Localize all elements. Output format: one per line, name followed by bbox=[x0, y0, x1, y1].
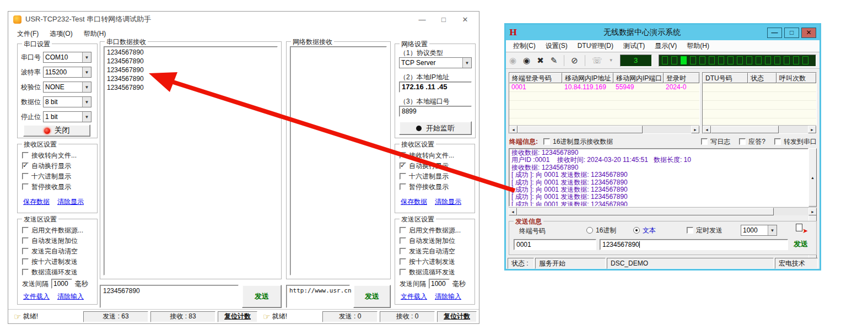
clear-display-link[interactable]: 清除显示 bbox=[435, 197, 461, 207]
chevron-down-icon[interactable]: ▼ bbox=[462, 58, 471, 68]
maximize-button[interactable]: □ bbox=[435, 13, 452, 26]
menu-help[interactable]: 帮助(H) bbox=[78, 29, 112, 39]
load-file-link[interactable]: 文件载入 bbox=[401, 292, 427, 301]
serial-send-button[interactable]: 发送 bbox=[242, 285, 282, 308]
checkbox-answer[interactable] bbox=[739, 138, 746, 145]
checkbox-recv-to-file[interactable]: 接收转向文件... bbox=[400, 151, 454, 160]
table-row[interactable]: 0001 10.84.119.169 55949 2024-0 bbox=[509, 83, 699, 92]
col-dtu-number[interactable]: DTU号码 bbox=[703, 73, 748, 83]
col-mobile-port[interactable]: 移动网内IP端口 bbox=[613, 73, 664, 83]
local-ip-value[interactable]: 172.16 .11 .45 bbox=[399, 82, 472, 93]
network-recv-area[interactable] bbox=[290, 46, 387, 275]
col-mobile-ip[interactable]: 移动网内IP地址 bbox=[562, 73, 613, 83]
checkbox-auto-append[interactable]: 自动发送附加位 bbox=[400, 236, 455, 245]
save-data-link[interactable]: 保存数据 bbox=[401, 197, 427, 207]
checkbox-auto-newline[interactable]: 自动换行显示 bbox=[22, 161, 71, 170]
delete-icon[interactable]: ✖ bbox=[537, 56, 544, 64]
phone-icon[interactable]: ☏ bbox=[592, 56, 602, 64]
scrollbar-thumb[interactable] bbox=[517, 208, 774, 215]
send-button[interactable]: 发送 bbox=[794, 239, 808, 249]
menu-control[interactable]: 控制(C) bbox=[508, 41, 541, 51]
load-file-link[interactable]: 文件载入 bbox=[23, 292, 50, 301]
col-terminal-id[interactable]: 终端登录号码 bbox=[509, 73, 562, 83]
checkbox-hex-display[interactable]: 十六进制显示 bbox=[400, 172, 449, 181]
checkbox-forward-serial[interactable] bbox=[774, 138, 781, 145]
chevron-down-icon[interactable]: ▼ bbox=[82, 67, 91, 77]
menu-view[interactable]: 显示(V) bbox=[650, 41, 682, 51]
checkbox-send-hex[interactable]: 按十六进制发送 bbox=[400, 257, 455, 266]
menu-dtu[interactable]: DTU管理(D) bbox=[573, 41, 618, 51]
menu-test[interactable]: 测试(T) bbox=[618, 41, 650, 51]
checkbox-auto-append[interactable]: 自动发送附加位 bbox=[22, 236, 78, 245]
checkbox-auto-newline[interactable]: 自动换行显示 bbox=[400, 161, 449, 170]
stop-service-icon[interactable]: ◉ bbox=[523, 56, 530, 64]
send-data-input[interactable]: 1234567890 bbox=[600, 239, 788, 250]
checkbox-send-hex[interactable]: 按十六进制发送 bbox=[22, 257, 78, 266]
save-data-link[interactable]: 保存数据 bbox=[23, 197, 50, 207]
protocol-select[interactable]: TCP Server ▼ bbox=[399, 57, 472, 68]
col-call-count[interactable]: 呼叫次数 bbox=[777, 73, 816, 83]
radio-text[interactable]: 文本 bbox=[633, 226, 656, 235]
serial-send-input[interactable]: 1234567890 bbox=[100, 285, 239, 308]
timed-interval-select[interactable]: 1000 ▼ bbox=[741, 225, 777, 236]
minimize-button[interactable]: — bbox=[767, 28, 782, 38]
clear-input-link[interactable]: 清除输入 bbox=[57, 292, 84, 301]
baud-rate-select[interactable]: 115200 ▼ bbox=[43, 67, 91, 78]
network-send-button[interactable]: 发送 bbox=[353, 285, 391, 308]
data-bits-select[interactable]: 8 bit ▼ bbox=[43, 96, 91, 107]
scrollbar-thumb[interactable] bbox=[517, 126, 643, 133]
horizontal-scrollbar[interactable]: ◄ ► bbox=[509, 125, 699, 133]
minimize-button[interactable]: — bbox=[413, 13, 431, 26]
chevron-down-icon[interactable]: ▼ bbox=[609, 58, 613, 63]
no-entry-icon[interactable]: ⊘ bbox=[571, 56, 578, 64]
chevron-down-icon[interactable]: ▼ bbox=[82, 112, 91, 122]
reset-count-serial[interactable]: 复位计数 bbox=[218, 311, 257, 322]
start-listen-button[interactable]: 开始监听 bbox=[399, 121, 472, 135]
log-horizontal-scrollbar[interactable]: ◄ ► bbox=[509, 207, 817, 215]
scroll-right-icon[interactable]: ► bbox=[691, 126, 699, 133]
interval-input[interactable]: 1000 bbox=[51, 279, 72, 289]
scroll-left-icon[interactable]: ◄ bbox=[509, 208, 517, 215]
menu-options[interactable]: 选项(O) bbox=[44, 29, 78, 39]
scroll-up-icon[interactable]: ▲ bbox=[808, 148, 817, 207]
checkbox-loop-send[interactable]: 数据流循环发送 bbox=[400, 268, 455, 277]
com-port-select[interactable]: COM10 ▼ bbox=[43, 52, 91, 63]
chevron-down-icon[interactable]: ▼ bbox=[82, 97, 91, 107]
checkbox-clear-after-send[interactable]: 发送完自动清空 bbox=[400, 247, 455, 256]
chevron-down-icon[interactable]: ▼ bbox=[82, 52, 91, 62]
checkbox-file-source[interactable]: 启用文件数据源... bbox=[22, 226, 83, 235]
col-status[interactable]: 状态 bbox=[748, 73, 777, 83]
interval-input[interactable]: 1000 bbox=[429, 279, 450, 289]
stop-bits-select[interactable]: 1 bit ▼ bbox=[43, 111, 91, 122]
checkbox-hex-display[interactable]: 十六进制显示 bbox=[22, 172, 71, 181]
scroll-left-icon[interactable]: ◄ bbox=[509, 126, 517, 133]
parity-select[interactable]: NONE ▼ bbox=[43, 82, 91, 93]
send-envelope-icon[interactable]: ➤ bbox=[796, 224, 807, 234]
horizontal-scrollbar[interactable]: ◄ ► bbox=[703, 125, 816, 133]
chevron-down-icon[interactable]: ▼ bbox=[768, 225, 777, 235]
network-send-input[interactable]: http://www.usr.cn bbox=[286, 285, 350, 308]
clear-log-icon[interactable]: ✎ bbox=[551, 56, 558, 64]
col-login-time[interactable]: 登录时 bbox=[664, 73, 699, 83]
log-text-area[interactable]: 接收数据: 1234567890 用户ID :0001 接收时间: 2024-0… bbox=[509, 148, 808, 207]
menu-help[interactable]: 帮助(H) bbox=[682, 41, 714, 51]
close-port-button[interactable]: 关闭 bbox=[23, 125, 90, 137]
menu-settings[interactable]: 设置(S) bbox=[541, 41, 573, 51]
reset-count-net[interactable]: 复位计数 bbox=[437, 311, 477, 322]
checkbox-recv-to-file[interactable]: 接收转向文件... bbox=[22, 151, 77, 160]
clear-input-link[interactable]: 清除输入 bbox=[435, 292, 461, 301]
scroll-right-icon[interactable]: ► bbox=[808, 208, 817, 215]
maximize-button[interactable]: □ bbox=[784, 28, 799, 38]
checkbox-write-log[interactable] bbox=[701, 138, 708, 145]
checkbox-file-source[interactable]: 启用文件数据源... bbox=[400, 226, 461, 235]
local-port-input[interactable]: 8899 bbox=[399, 106, 472, 117]
close-button[interactable]: ✕ bbox=[456, 13, 474, 26]
checkbox-hex-recv[interactable] bbox=[543, 138, 550, 145]
terminal-number-input[interactable]: 0001 bbox=[514, 239, 596, 250]
menu-file[interactable]: 文件(F) bbox=[12, 29, 44, 39]
start-service-icon[interactable]: ◉ bbox=[509, 56, 516, 64]
checkbox-pause-recv[interactable]: 暂停接收显示 bbox=[22, 182, 71, 191]
checkbox-pause-recv[interactable]: 暂停接收显示 bbox=[400, 182, 449, 191]
checkbox-timed-send[interactable]: 定时发送 bbox=[687, 226, 723, 235]
vertical-scrollbar[interactable]: ▲ ≡ ▼ bbox=[808, 148, 817, 207]
